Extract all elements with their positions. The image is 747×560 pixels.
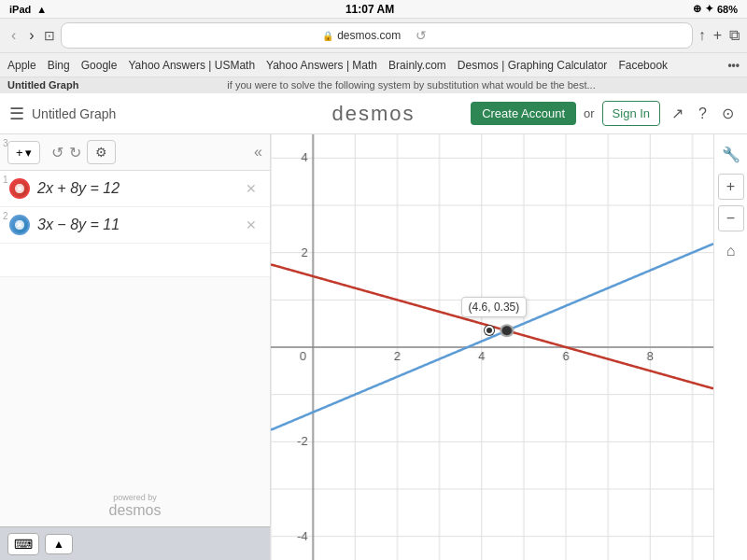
share-button[interactable]: ↑ [698, 27, 706, 44]
sign-in-button[interactable]: Sign In [602, 101, 660, 126]
time-display: 11:07 AM [345, 3, 394, 16]
help-button[interactable]: ? [695, 102, 711, 126]
battery-level: 68% [717, 4, 738, 15]
expression-item-2[interactable]: 2 3x − 8y = 11 ✕ [0, 207, 270, 244]
expression-number-1: 1 [3, 175, 8, 185]
share-graph-button[interactable]: ↗ [668, 101, 687, 126]
expression-toolbar: + ▾ ↺ ↻ ⚙ « [0, 134, 270, 171]
collapse-panel-button[interactable]: « [254, 144, 262, 161]
powered-by-section: powered by desmos [108, 493, 161, 519]
bookmark-apple[interactable]: Apple [7, 59, 36, 72]
status-bar: iPad ▲ 11:07 AM ⊕ ✦ 68% [0, 0, 747, 19]
zoom-in-button[interactable]: + [718, 174, 744, 200]
keyboard-bar: ⌨ ▲ [0, 526, 270, 560]
bookmark-bing[interactable]: Bing [48, 59, 70, 72]
status-left: iPad ▲ [9, 4, 47, 15]
device-label: iPad [9, 4, 31, 15]
expression-logo-2 [13, 218, 26, 231]
url-bar[interactable]: 🔒 desmos.com ↺ [61, 22, 693, 49]
bluetooth-icon: ✦ [705, 3, 713, 15]
expression-formula-2: 3x − 8y = 11 [37, 217, 242, 233]
url-text: desmos.com [337, 29, 401, 42]
redo-button[interactable]: ↻ [69, 144, 81, 161]
page-title-info: Untitled Graph [7, 79, 78, 91]
expression-panel: + ▾ ↺ ↻ ⚙ « 1 2x + 8y = 12 ✕ [0, 134, 271, 560]
desmos-app: ☰ Untitled Graph desmos Create Account o… [0, 93, 747, 560]
plus-icon: + [16, 146, 23, 160]
expression-number-2: 2 [3, 211, 8, 221]
wifi-icon: ▲ [36, 4, 47, 15]
lock-icon: 🔒 [322, 31, 333, 41]
expression-item-3[interactable]: 3 [0, 244, 270, 277]
expression-close-1[interactable]: ✕ [242, 181, 261, 196]
desmos-logo: desmos [331, 102, 415, 126]
create-account-button[interactable]: Create Account [471, 102, 576, 125]
expression-number-3: 3 [3, 138, 8, 148]
back-button[interactable]: ‹ [7, 25, 20, 46]
expression-close-2[interactable]: ✕ [242, 217, 261, 232]
expression-formula-1: 2x + 8y = 12 [37, 180, 242, 197]
wrench-tool-button[interactable]: 🔧 [717, 140, 745, 168]
add-expression-button[interactable]: + ▾ [7, 141, 40, 164]
hamburger-button[interactable]: ☰ [9, 104, 24, 124]
desmos-header: ☰ Untitled Graph desmos Create Account o… [0, 93, 747, 134]
add-dropdown-arrow: ▾ [25, 146, 32, 160]
intersection-dot [485, 326, 494, 335]
bookmark-yahoo-us[interactable]: Yahoo Answers | USMath [128, 59, 255, 72]
info-bar-text: if you were to solve the following syste… [81, 79, 595, 91]
zoom-out-button[interactable]: − [718, 205, 744, 231]
graph-canvas [271, 134, 713, 560]
expression-color-icon-2 [9, 215, 30, 235]
nav-actions: ↑ + ⧉ [698, 27, 740, 44]
undo-button[interactable]: ↺ [51, 144, 63, 161]
right-tools-panel: 🔧 + − ⌂ [713, 134, 747, 560]
bookmark-desmos[interactable]: Desmos | Graphing Calculator [458, 59, 608, 72]
tabs-button[interactable]: ⧉ [729, 27, 740, 44]
bookmark-yahoo-math[interactable]: Yahoo Answers | Math [266, 59, 377, 72]
reader-mode-icon: ⊡ [44, 28, 55, 43]
home-view-button[interactable]: ⌂ [717, 237, 745, 265]
status-right: ⊕ ✦ 68% [693, 3, 738, 15]
bookmark-brainly[interactable]: Brainly.com [388, 59, 446, 72]
forward-button[interactable]: › [25, 25, 37, 46]
graph-title: Untitled Graph [32, 106, 116, 121]
header-right-buttons: Create Account or Sign In ↗ ? ⊙ [471, 101, 738, 126]
accessibility-button[interactable]: ⊙ [718, 101, 738, 126]
desmos-footer-logo: desmos [108, 502, 161, 519]
bookmarks-bar: Apple Bing Google Yahoo Answers | USMath… [0, 52, 747, 77]
browser-nav-bar: ‹ › ⊡ 🔒 desmos.com ↺ ↑ + ⧉ [0, 19, 747, 52]
graph-area[interactable]: (4.6, 0.35) [271, 134, 713, 560]
add-tab-button[interactable]: + [713, 27, 722, 44]
or-label: or [584, 106, 595, 120]
expression-color-icon-1 [9, 178, 30, 199]
battery-wifi-icon: ⊕ [693, 3, 701, 15]
keyboard-up-button[interactable]: ▲ [45, 534, 73, 554]
expression-item-1[interactable]: 1 2x + 8y = 12 ✕ [0, 171, 270, 207]
reload-button[interactable]: ↺ [412, 26, 430, 45]
bookmark-google[interactable]: Google [81, 59, 118, 72]
main-content: + ▾ ↺ ↻ ⚙ « 1 2x + 8y = 12 ✕ [0, 134, 747, 560]
keyboard-toggle-button[interactable]: ⌨ [7, 533, 39, 555]
info-bar: Untitled Graph if you were to solve the … [0, 77, 747, 93]
bookmark-facebook[interactable]: Facebook [618, 59, 668, 72]
bookmarks-more-button[interactable]: ••• [727, 59, 740, 72]
powered-by-text: powered by [113, 493, 157, 502]
settings-button[interactable]: ⚙ [87, 140, 116, 164]
expression-logo-1 [13, 182, 26, 195]
